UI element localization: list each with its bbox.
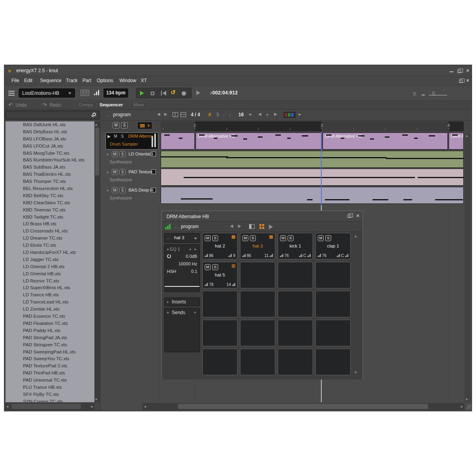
tab-mixer[interactable]: Mixer (130, 102, 148, 108)
file-item[interactable]: SFX FlyBy TC.xts (6, 391, 94, 398)
level-meter-icon[interactable] (94, 90, 100, 96)
scroll-up-icon[interactable]: ▴ (95, 122, 97, 127)
file-item[interactable]: LD Trance HB.xts (6, 292, 94, 299)
mute-button[interactable]: M (112, 169, 118, 175)
file-item[interactable]: LD Reznor TC.xts (6, 278, 94, 285)
file-item[interactable]: BAS Thumper TC.xts (6, 178, 94, 185)
menu-item-edit[interactable]: Edit (24, 78, 33, 83)
preset-dropdown[interactable]: LostEmotions-HB (19, 88, 75, 98)
collapse-icon[interactable]: ▾ (167, 248, 169, 251)
time-signature[interactable]: 4 / 4 (191, 112, 200, 117)
part-color-picker[interactable] (284, 112, 296, 118)
drum-pad[interactable]: MSclap 176C (315, 233, 351, 259)
solo-button[interactable]: S (121, 134, 124, 138)
locate-icon[interactable]: ● (266, 113, 268, 117)
menu-item-file[interactable]: File (12, 78, 19, 83)
eq-panel[interactable]: ▾ EQ 1 ◂ ▸ 0.0dB 10000 Hz (164, 244, 200, 292)
file-item[interactable]: LD HandsUpForXT HL.xts (6, 249, 94, 256)
track-list-menu-icon[interactable] (8, 91, 15, 92)
file-item[interactable]: LD Jagger TC.xts (6, 256, 94, 263)
eq-gain[interactable]: 0.0dB (186, 254, 197, 259)
power-icon[interactable] (167, 254, 171, 258)
menu-item-options[interactable]: Options (97, 78, 113, 83)
tab-comps[interactable]: Comps (75, 102, 96, 108)
sends-section[interactable]: ▾ Sends + (164, 308, 200, 352)
play-button[interactable] (140, 91, 144, 96)
file-item[interactable]: LD Brass HB.xts (6, 221, 94, 228)
eq-q[interactable]: 0.1 (191, 269, 197, 274)
drum-sampler-window[interactable]: DRM Alternative HB × ... program ◀ ▶ (161, 211, 363, 379)
file-item[interactable]: LD Oriental 2 HB.xts (6, 263, 94, 271)
file-item[interactable]: LD Ebola TC.xts (6, 242, 94, 249)
pad-volume[interactable]: 86 (242, 253, 251, 258)
close-icon[interactable]: × (355, 213, 361, 219)
drum-pad-empty[interactable] (240, 291, 275, 317)
drum-pad-empty[interactable] (315, 320, 351, 346)
clip[interactable]: DRM A (449, 132, 464, 150)
rewind-button[interactable] (161, 91, 167, 96)
loop-button[interactable]: ↺ (171, 89, 176, 96)
step-value[interactable]: 16 (238, 112, 244, 117)
collapse-icon[interactable]: ▾ (167, 311, 169, 315)
chevron-down-icon[interactable] (298, 114, 301, 116)
drum-pad-empty[interactable] (202, 291, 238, 317)
solo-button[interactable]: S (325, 235, 331, 241)
search-input[interactable] (7, 112, 90, 118)
scroll-thumb[interactable] (95, 128, 99, 175)
expand-icon[interactable]: ▸ (107, 170, 109, 174)
drum-pad-empty[interactable] (240, 349, 275, 375)
file-item[interactable]: PAD TexturePad 2.xts (6, 363, 94, 370)
track-lane[interactable] (161, 151, 464, 168)
expand-icon[interactable]: ▶ (107, 134, 111, 138)
prev-icon[interactable]: ◀ (230, 224, 233, 228)
grid-icon[interactable]: # (208, 111, 211, 117)
scroll-thumb[interactable] (12, 404, 81, 409)
dots-menu[interactable]: ... (174, 224, 178, 229)
mute-button[interactable]: M (205, 264, 211, 270)
mute-button[interactable]: M (205, 235, 211, 241)
bpm-display[interactable]: 134 bpm (104, 88, 128, 98)
solo-button[interactable]: S (212, 264, 218, 270)
redo-button[interactable]: Redo (50, 102, 61, 108)
file-item[interactable]: PAD Paddy HL.xts (6, 327, 94, 334)
eq-freq[interactable]: 10000 Hz (178, 261, 197, 266)
mute-button[interactable]: M (280, 235, 286, 241)
drum-pad-empty[interactable] (278, 320, 313, 346)
child-restore-icon[interactable] (459, 80, 463, 83)
main-vscrollbar[interactable]: ▴ ▾ (464, 132, 471, 402)
mute-button[interactable]: M (318, 235, 324, 241)
drum-pad-empty[interactable] (278, 262, 313, 288)
stop-button[interactable] (151, 92, 154, 95)
file-item[interactable]: LD TranceLead HL.xts (6, 299, 94, 306)
file-item[interactable]: PAD Stringzee TC.xts (6, 342, 94, 349)
record-button[interactable] (182, 91, 186, 96)
drum-pad-empty[interactable] (278, 349, 313, 375)
tab-sequencer[interactable]: Sequencer (100, 102, 123, 107)
menu-item-sequence[interactable]: Sequence (40, 78, 61, 83)
menu-item-part[interactable]: Part (83, 78, 91, 83)
pad-volume[interactable]: 86 (205, 253, 213, 258)
undo-button[interactable]: Undo (15, 102, 27, 108)
scroll-up-icon[interactable]: ▴ (466, 133, 468, 138)
file-item[interactable]: LD SuperXtBros HL.xts (6, 284, 94, 292)
expand-icon[interactable]: ▸ (107, 188, 109, 192)
restore-icon[interactable] (457, 70, 461, 73)
preview-play-icon[interactable] (269, 225, 273, 229)
drum-pad-empty[interactable] (315, 262, 351, 288)
scroll-right-icon[interactable]: ▸ (461, 404, 463, 409)
file-item[interactable]: BAS MoogTube TC.xts (6, 150, 94, 157)
track-name[interactable]: BAS Deep H (129, 188, 153, 192)
split-vertical-icon[interactable] (173, 112, 178, 117)
file-item[interactable]: PAD SweepYou TC.xts (6, 355, 94, 363)
add-send-icon[interactable]: + (194, 310, 196, 315)
track-lane[interactable]: DRM Alternative HBDRM Alternative HBDRM … (161, 132, 464, 150)
drum-window-titlebar[interactable]: DRM Alternative HB × (162, 211, 363, 222)
file-item[interactable]: BAS SubBass JA.xts (6, 164, 94, 171)
drum-pad[interactable]: MShat 38611 (240, 233, 275, 259)
track-name[interactable]: LD Oriental H (129, 152, 153, 156)
mute-button[interactable]: M (114, 134, 117, 138)
clip[interactable] (161, 151, 464, 168)
snap-down-icon[interactable]: ↓ (229, 112, 231, 117)
drum-pad-empty[interactable] (240, 320, 275, 346)
file-item[interactable]: PLU Trance HB.xts (6, 384, 94, 391)
